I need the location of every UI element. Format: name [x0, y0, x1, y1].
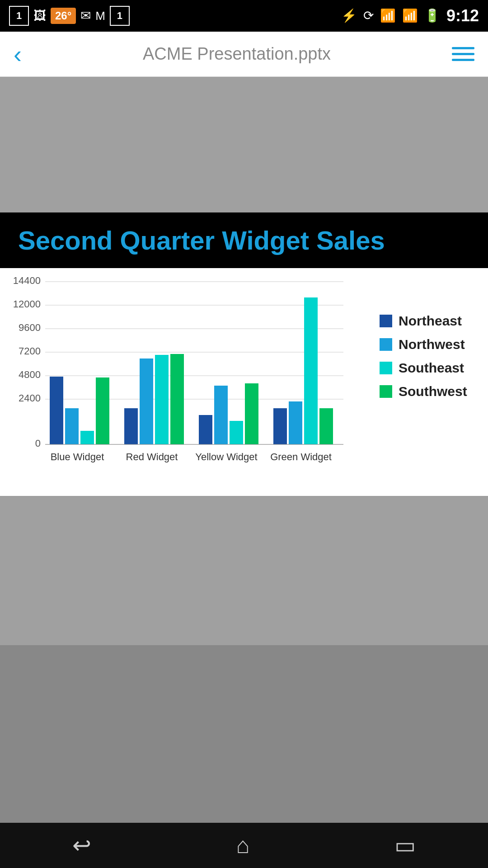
- bar-blue-northeast: [50, 377, 63, 444]
- legend-item-northwest: Northwest: [380, 337, 474, 352]
- photo-icon: 🖼: [33, 9, 46, 22]
- home-nav-button[interactable]: ⌂: [236, 832, 249, 859]
- bar-red-northeast: [124, 408, 138, 444]
- temp-badge: 26°: [51, 8, 76, 24]
- status-bar: 1 🖼 26° ✉ M 1 ⚡ ⟳ 📶 📶 🔋 9:12: [0, 0, 488, 32]
- battery-icon: 🔋: [424, 9, 440, 22]
- app-icon-1: 1: [9, 6, 29, 26]
- chart-container: 14400 12000 9600 7200 4800 2400 0: [9, 277, 371, 482]
- bar-yellow-northwest: [214, 386, 228, 444]
- menu-line-3: [452, 59, 474, 61]
- svg-text:9600: 9600: [19, 322, 41, 333]
- legend-item-northeast: Northeast: [380, 313, 474, 329]
- app-icon-2: 1: [110, 6, 130, 26]
- legend-label-northeast: Northeast: [399, 313, 462, 329]
- nav-bar: ‹ ACME Presentation.pptx: [0, 32, 488, 77]
- legend-item-southwest: Southwest: [380, 384, 474, 399]
- legend-color-northwest: [380, 338, 392, 351]
- legend-color-northeast: [380, 315, 392, 327]
- bar-blue-northwest: [65, 408, 79, 444]
- bar-green-northeast: [273, 408, 287, 444]
- bottom-nav: ↩ ⌂ ▭: [0, 823, 488, 868]
- status-time: 9:12: [446, 6, 479, 25]
- bar-red-southeast: [155, 355, 169, 444]
- bar-blue-southwest: [96, 377, 109, 444]
- bar-blue-southeast: [80, 431, 94, 444]
- mail-icon-2: M: [95, 10, 105, 22]
- bar-green-southeast: [304, 297, 318, 444]
- slide-title: Second Quarter Widget Sales: [18, 225, 470, 255]
- svg-text:0: 0: [35, 438, 41, 449]
- bluetooth-icon: ⚡: [341, 9, 357, 22]
- legend-label-northwest: Northwest: [399, 337, 465, 352]
- mail-icon-1: ✉: [80, 9, 91, 22]
- svg-text:Red Widget: Red Widget: [126, 451, 178, 462]
- legend-color-southeast: [380, 362, 392, 374]
- svg-text:Yellow Widget: Yellow Widget: [195, 451, 257, 462]
- nav-title: ACME Presentation.pptx: [143, 44, 331, 64]
- bar-chart: 14400 12000 9600 7200 4800 2400 0: [9, 277, 371, 481]
- gray-bottom-area: [0, 496, 488, 645]
- status-bar-left: 1 🖼 26° ✉ M 1: [9, 6, 130, 26]
- status-bar-right: ⚡ ⟳ 📶 📶 🔋 9:12: [341, 6, 479, 25]
- svg-text:7200: 7200: [19, 345, 41, 357]
- gray-top-area: [0, 77, 488, 212]
- legend-label-southeast: Southeast: [399, 360, 464, 376]
- bar-yellow-southwest: [245, 383, 258, 444]
- back-nav-button[interactable]: ↩: [72, 832, 91, 859]
- slide-title-bar: Second Quarter Widget Sales: [0, 212, 488, 268]
- legend-color-southwest: [380, 385, 392, 398]
- bar-green-northwest: [289, 401, 302, 444]
- svg-text:14400: 14400: [13, 277, 41, 286]
- bar-yellow-southeast: [230, 421, 243, 444]
- svg-text:4800: 4800: [19, 369, 41, 380]
- recents-nav-button[interactable]: ▭: [394, 832, 416, 859]
- svg-text:2400: 2400: [19, 392, 41, 404]
- svg-text:12000: 12000: [13, 298, 41, 310]
- back-button[interactable]: ‹: [14, 40, 22, 68]
- menu-line-1: [452, 47, 474, 49]
- chart-legend: Northeast Northwest Southeast Southwest: [371, 277, 474, 399]
- rotate-icon: ⟳: [363, 9, 374, 22]
- legend-label-southwest: Southwest: [399, 384, 467, 399]
- bar-yellow-northeast: [199, 415, 212, 444]
- chart-area: 14400 12000 9600 7200 4800 2400 0: [0, 268, 488, 496]
- slide-content: Second Quarter Widget Sales 14400 12000 …: [0, 212, 488, 496]
- bar-red-southwest: [170, 354, 184, 444]
- menu-line-2: [452, 53, 474, 55]
- bar-red-northwest: [140, 359, 153, 444]
- svg-text:Green Widget: Green Widget: [270, 451, 332, 462]
- bar-green-southwest: [319, 408, 333, 444]
- wifi-icon: 📶: [380, 9, 396, 22]
- legend-item-southeast: Southeast: [380, 360, 474, 376]
- signal-icon: 📶: [402, 9, 418, 22]
- menu-button[interactable]: [452, 47, 474, 61]
- svg-text:Blue Widget: Blue Widget: [51, 451, 104, 462]
